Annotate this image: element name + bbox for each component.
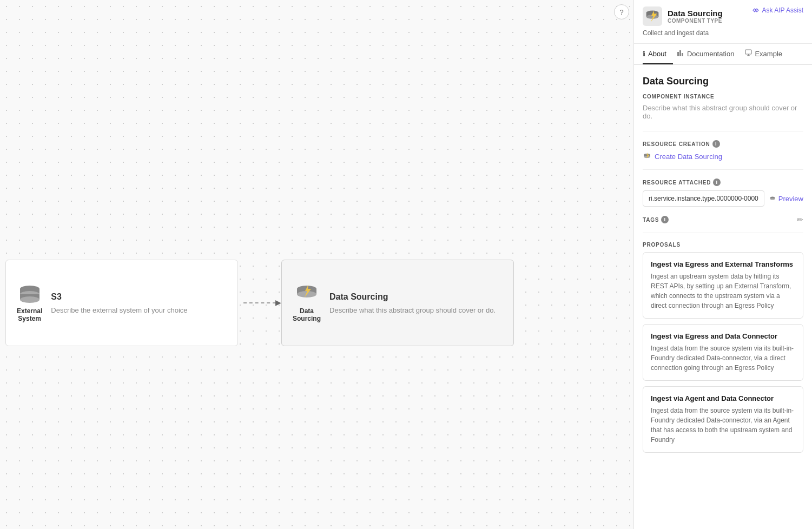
- flow-diagram: ExternalSystem S3 Describe the external …: [5, 260, 514, 346]
- svg-rect-16: [682, 53, 683, 56]
- panel-title-group: Data Sourcing COMPONENT TYPE: [643, 6, 723, 26]
- svg-rect-15: [679, 50, 681, 56]
- proposal-2-title: Ingest via Egress and Data Connector: [651, 332, 795, 340]
- preview-icon: [769, 195, 776, 202]
- external-system-icon: ExternalSystem: [17, 283, 42, 322]
- svg-point-26: [770, 199, 775, 200]
- resource-attached-label: RESOURCE ATTACHED i: [643, 178, 803, 186]
- svg-rect-14: [677, 52, 679, 56]
- proposal-3-title: Ingest via Agent and Data Connector: [651, 394, 795, 402]
- external-system-node[interactable]: ExternalSystem S3 Describe the external …: [5, 260, 238, 346]
- resource-input-row: Preview: [643, 190, 803, 207]
- ask-aip-button[interactable]: Ask AIP Assist: [752, 6, 803, 14]
- data-sourcing-node-title: Data Sourcing: [329, 292, 503, 302]
- panel-subtitle: COMPONENT TYPE: [668, 18, 723, 24]
- external-system-icon-label: ExternalSystem: [17, 307, 42, 322]
- resource-creation-info-icon: i: [712, 140, 720, 148]
- tags-row: TAGS i ✏: [643, 215, 803, 224]
- create-link-label: Create Data Sourcing: [655, 153, 722, 161]
- svg-rect-17: [745, 50, 751, 54]
- tab-about[interactable]: ℹ About: [643, 44, 673, 64]
- svg-point-4: [20, 296, 39, 303]
- proposals-label: PROPOSALS: [643, 242, 803, 248]
- preview-link[interactable]: Preview: [769, 195, 803, 203]
- about-tab-icon: ℹ: [643, 50, 645, 58]
- panel-component-icon: [643, 6, 662, 26]
- tags-label: TAGS i: [643, 216, 669, 223]
- divider-1: [643, 131, 803, 131]
- dashed-line: [243, 302, 276, 303]
- proposal-card-3[interactable]: Ingest via Agent and Data Connector Inge…: [643, 386, 803, 453]
- divider-2: [643, 169, 803, 170]
- preview-label: Preview: [778, 195, 803, 203]
- panel-header-top: Data Sourcing COMPONENT TYPE Ask AIP Ass…: [643, 6, 803, 26]
- monitor-icon: [745, 49, 752, 56]
- bar-chart-icon: [677, 49, 684, 56]
- external-node-desc: Describe the external system of your cho…: [51, 306, 227, 314]
- help-button[interactable]: ?: [614, 4, 629, 19]
- divider-3: [643, 233, 803, 233]
- resource-attached-info-icon: i: [713, 178, 721, 186]
- ask-aip-label: Ask AIP Assist: [762, 6, 803, 14]
- proposal-1-desc: Ingest an upstream system data by hittin…: [651, 272, 795, 310]
- data-sourcing-node-icon: DataSourcing: [293, 283, 321, 322]
- panel-description: Collect and ingest data: [643, 29, 803, 37]
- canvas-area: ? ExternalSystem S3 Describe the externa…: [0, 0, 633, 529]
- resource-creation-label: RESOURCE CREATION i: [643, 140, 803, 148]
- create-link-icon: [643, 152, 651, 161]
- proposal-2-desc: Ingest data from the source system via i…: [651, 343, 795, 373]
- documentation-tab-icon: [677, 49, 684, 58]
- example-tab-label: Example: [755, 50, 782, 58]
- data-sourcing-content: Data Sourcing Describe what this abstrac…: [329, 292, 503, 314]
- panel-title-text: Data Sourcing COMPONENT TYPE: [668, 9, 723, 24]
- data-sourcing-icon-label: DataSourcing: [293, 307, 321, 322]
- panel-content: Data Sourcing COMPONENT INSTANCE Describ…: [634, 65, 812, 529]
- data-sourcing-node[interactable]: DataSourcing Data Sourcing Describe what…: [281, 260, 514, 346]
- proposal-card-2[interactable]: Ingest via Egress and Data Connector Ing…: [643, 324, 803, 381]
- about-tab-label: About: [648, 50, 666, 58]
- panel-header: Data Sourcing COMPONENT TYPE Ask AIP Ass…: [634, 0, 812, 44]
- data-sourcing-node-desc: Describe what this abstract group should…: [329, 306, 503, 314]
- right-panel: Data Sourcing COMPONENT TYPE Ask AIP Ass…: [633, 0, 812, 529]
- flow-arrow: [238, 302, 281, 303]
- proposals-section: PROPOSALS Ingest via Egress and External…: [643, 242, 803, 453]
- content-section-title: Data Sourcing: [643, 76, 803, 87]
- proposal-3-desc: Ingest data from the source system via i…: [651, 406, 795, 445]
- proposal-1-title: Ingest via Egress and External Transform…: [651, 260, 795, 268]
- tab-documentation[interactable]: Documentation: [677, 44, 741, 64]
- documentation-tab-label: Documentation: [687, 50, 734, 58]
- create-data-sourcing-link[interactable]: Create Data Sourcing: [643, 152, 803, 161]
- panel-title: Data Sourcing: [668, 9, 723, 18]
- resource-input[interactable]: [643, 190, 764, 207]
- ask-aip-icon: [752, 6, 760, 14]
- external-node-title: S3: [51, 292, 227, 302]
- panel-tabs: ℹ About Documentation Example: [634, 44, 812, 65]
- proposal-card-1[interactable]: Ingest via Egress and External Transform…: [643, 252, 803, 319]
- component-instance-label: COMPONENT INSTANCE: [643, 94, 803, 100]
- tags-edit-icon[interactable]: ✏: [797, 215, 803, 224]
- example-tab-icon: [745, 49, 752, 58]
- tab-example[interactable]: Example: [745, 44, 789, 64]
- external-node-content: S3 Describe the external system of your …: [51, 292, 227, 314]
- component-instance-desc: Describe what this abstract group should…: [643, 104, 803, 120]
- tags-info-icon: i: [661, 216, 669, 223]
